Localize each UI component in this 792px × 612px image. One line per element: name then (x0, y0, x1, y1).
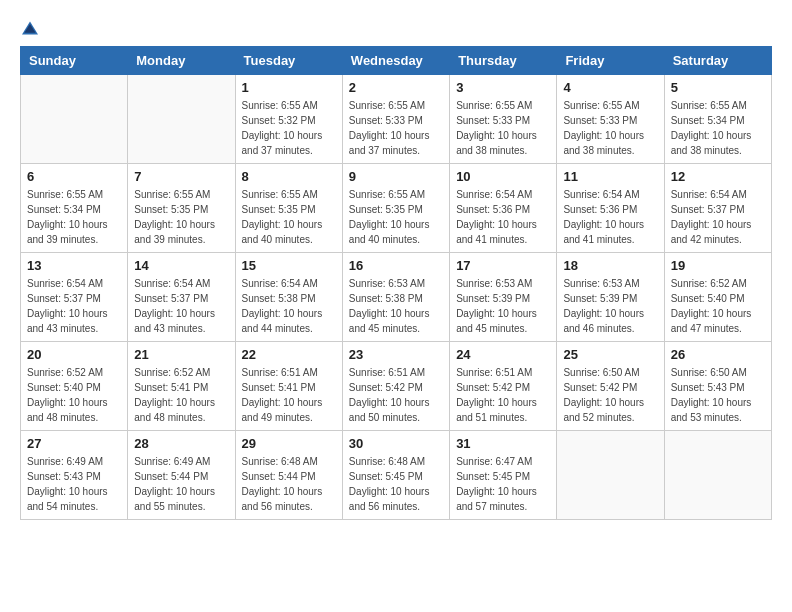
day-number: 2 (349, 80, 443, 95)
day-number: 7 (134, 169, 228, 184)
day-number: 17 (456, 258, 550, 273)
weekday-header-thursday: Thursday (450, 47, 557, 75)
day-info: Sunrise: 6:53 AM Sunset: 5:38 PM Dayligh… (349, 276, 443, 336)
calendar-cell: 8Sunrise: 6:55 AM Sunset: 5:35 PM Daylig… (235, 164, 342, 253)
day-number: 3 (456, 80, 550, 95)
weekday-header-sunday: Sunday (21, 47, 128, 75)
calendar-cell: 30Sunrise: 6:48 AM Sunset: 5:45 PM Dayli… (342, 431, 449, 520)
logo-icon (20, 20, 40, 36)
calendar-cell: 14Sunrise: 6:54 AM Sunset: 5:37 PM Dayli… (128, 253, 235, 342)
calendar-cell: 19Sunrise: 6:52 AM Sunset: 5:40 PM Dayli… (664, 253, 771, 342)
day-info: Sunrise: 6:53 AM Sunset: 5:39 PM Dayligh… (456, 276, 550, 336)
weekday-header-wednesday: Wednesday (342, 47, 449, 75)
calendar-cell: 22Sunrise: 6:51 AM Sunset: 5:41 PM Dayli… (235, 342, 342, 431)
page-header (20, 20, 772, 36)
day-info: Sunrise: 6:51 AM Sunset: 5:42 PM Dayligh… (456, 365, 550, 425)
calendar-cell: 17Sunrise: 6:53 AM Sunset: 5:39 PM Dayli… (450, 253, 557, 342)
day-number: 16 (349, 258, 443, 273)
day-number: 14 (134, 258, 228, 273)
day-info: Sunrise: 6:55 AM Sunset: 5:35 PM Dayligh… (134, 187, 228, 247)
day-info: Sunrise: 6:53 AM Sunset: 5:39 PM Dayligh… (563, 276, 657, 336)
day-number: 27 (27, 436, 121, 451)
day-info: Sunrise: 6:55 AM Sunset: 5:33 PM Dayligh… (349, 98, 443, 158)
day-info: Sunrise: 6:55 AM Sunset: 5:34 PM Dayligh… (27, 187, 121, 247)
day-info: Sunrise: 6:52 AM Sunset: 5:40 PM Dayligh… (671, 276, 765, 336)
day-number: 28 (134, 436, 228, 451)
day-info: Sunrise: 6:51 AM Sunset: 5:42 PM Dayligh… (349, 365, 443, 425)
day-info: Sunrise: 6:54 AM Sunset: 5:36 PM Dayligh… (563, 187, 657, 247)
day-info: Sunrise: 6:55 AM Sunset: 5:33 PM Dayligh… (456, 98, 550, 158)
calendar-cell: 24Sunrise: 6:51 AM Sunset: 5:42 PM Dayli… (450, 342, 557, 431)
weekday-header-tuesday: Tuesday (235, 47, 342, 75)
calendar-cell: 26Sunrise: 6:50 AM Sunset: 5:43 PM Dayli… (664, 342, 771, 431)
day-info: Sunrise: 6:54 AM Sunset: 5:37 PM Dayligh… (27, 276, 121, 336)
day-info: Sunrise: 6:48 AM Sunset: 5:44 PM Dayligh… (242, 454, 336, 514)
calendar-cell: 12Sunrise: 6:54 AM Sunset: 5:37 PM Dayli… (664, 164, 771, 253)
day-number: 11 (563, 169, 657, 184)
calendar-cell: 16Sunrise: 6:53 AM Sunset: 5:38 PM Dayli… (342, 253, 449, 342)
day-number: 5 (671, 80, 765, 95)
calendar-cell: 1Sunrise: 6:55 AM Sunset: 5:32 PM Daylig… (235, 75, 342, 164)
day-info: Sunrise: 6:48 AM Sunset: 5:45 PM Dayligh… (349, 454, 443, 514)
day-number: 29 (242, 436, 336, 451)
day-number: 10 (456, 169, 550, 184)
day-info: Sunrise: 6:52 AM Sunset: 5:40 PM Dayligh… (27, 365, 121, 425)
day-info: Sunrise: 6:51 AM Sunset: 5:41 PM Dayligh… (242, 365, 336, 425)
weekday-header-monday: Monday (128, 47, 235, 75)
day-info: Sunrise: 6:55 AM Sunset: 5:32 PM Dayligh… (242, 98, 336, 158)
day-info: Sunrise: 6:54 AM Sunset: 5:36 PM Dayligh… (456, 187, 550, 247)
calendar-cell: 4Sunrise: 6:55 AM Sunset: 5:33 PM Daylig… (557, 75, 664, 164)
day-number: 21 (134, 347, 228, 362)
day-number: 1 (242, 80, 336, 95)
day-info: Sunrise: 6:50 AM Sunset: 5:43 PM Dayligh… (671, 365, 765, 425)
day-number: 31 (456, 436, 550, 451)
calendar-cell (128, 75, 235, 164)
calendar-cell: 21Sunrise: 6:52 AM Sunset: 5:41 PM Dayli… (128, 342, 235, 431)
day-info: Sunrise: 6:50 AM Sunset: 5:42 PM Dayligh… (563, 365, 657, 425)
day-number: 19 (671, 258, 765, 273)
calendar-cell: 29Sunrise: 6:48 AM Sunset: 5:44 PM Dayli… (235, 431, 342, 520)
calendar-week-row: 27Sunrise: 6:49 AM Sunset: 5:43 PM Dayli… (21, 431, 772, 520)
calendar-header-row: SundayMondayTuesdayWednesdayThursdayFrid… (21, 47, 772, 75)
day-number: 24 (456, 347, 550, 362)
calendar-cell: 18Sunrise: 6:53 AM Sunset: 5:39 PM Dayli… (557, 253, 664, 342)
day-number: 15 (242, 258, 336, 273)
day-info: Sunrise: 6:54 AM Sunset: 5:37 PM Dayligh… (671, 187, 765, 247)
calendar-week-row: 13Sunrise: 6:54 AM Sunset: 5:37 PM Dayli… (21, 253, 772, 342)
calendar-cell: 23Sunrise: 6:51 AM Sunset: 5:42 PM Dayli… (342, 342, 449, 431)
day-number: 4 (563, 80, 657, 95)
day-number: 20 (27, 347, 121, 362)
calendar-cell: 15Sunrise: 6:54 AM Sunset: 5:38 PM Dayli… (235, 253, 342, 342)
day-info: Sunrise: 6:54 AM Sunset: 5:37 PM Dayligh… (134, 276, 228, 336)
day-info: Sunrise: 6:54 AM Sunset: 5:38 PM Dayligh… (242, 276, 336, 336)
calendar-cell: 5Sunrise: 6:55 AM Sunset: 5:34 PM Daylig… (664, 75, 771, 164)
calendar-cell: 11Sunrise: 6:54 AM Sunset: 5:36 PM Dayli… (557, 164, 664, 253)
calendar-cell (21, 75, 128, 164)
calendar-cell: 9Sunrise: 6:55 AM Sunset: 5:35 PM Daylig… (342, 164, 449, 253)
day-number: 22 (242, 347, 336, 362)
day-info: Sunrise: 6:49 AM Sunset: 5:43 PM Dayligh… (27, 454, 121, 514)
calendar-cell: 31Sunrise: 6:47 AM Sunset: 5:45 PM Dayli… (450, 431, 557, 520)
logo (20, 20, 44, 36)
calendar-cell: 2Sunrise: 6:55 AM Sunset: 5:33 PM Daylig… (342, 75, 449, 164)
weekday-header-friday: Friday (557, 47, 664, 75)
day-number: 23 (349, 347, 443, 362)
calendar-cell: 6Sunrise: 6:55 AM Sunset: 5:34 PM Daylig… (21, 164, 128, 253)
calendar-week-row: 20Sunrise: 6:52 AM Sunset: 5:40 PM Dayli… (21, 342, 772, 431)
day-info: Sunrise: 6:52 AM Sunset: 5:41 PM Dayligh… (134, 365, 228, 425)
calendar-cell: 27Sunrise: 6:49 AM Sunset: 5:43 PM Dayli… (21, 431, 128, 520)
day-number: 25 (563, 347, 657, 362)
day-number: 9 (349, 169, 443, 184)
calendar-cell: 25Sunrise: 6:50 AM Sunset: 5:42 PM Dayli… (557, 342, 664, 431)
day-info: Sunrise: 6:55 AM Sunset: 5:34 PM Dayligh… (671, 98, 765, 158)
calendar-cell: 13Sunrise: 6:54 AM Sunset: 5:37 PM Dayli… (21, 253, 128, 342)
day-info: Sunrise: 6:55 AM Sunset: 5:35 PM Dayligh… (242, 187, 336, 247)
day-number: 30 (349, 436, 443, 451)
day-number: 18 (563, 258, 657, 273)
day-info: Sunrise: 6:55 AM Sunset: 5:35 PM Dayligh… (349, 187, 443, 247)
day-number: 6 (27, 169, 121, 184)
calendar-cell (557, 431, 664, 520)
calendar-week-row: 1Sunrise: 6:55 AM Sunset: 5:32 PM Daylig… (21, 75, 772, 164)
calendar-cell (664, 431, 771, 520)
day-info: Sunrise: 6:49 AM Sunset: 5:44 PM Dayligh… (134, 454, 228, 514)
